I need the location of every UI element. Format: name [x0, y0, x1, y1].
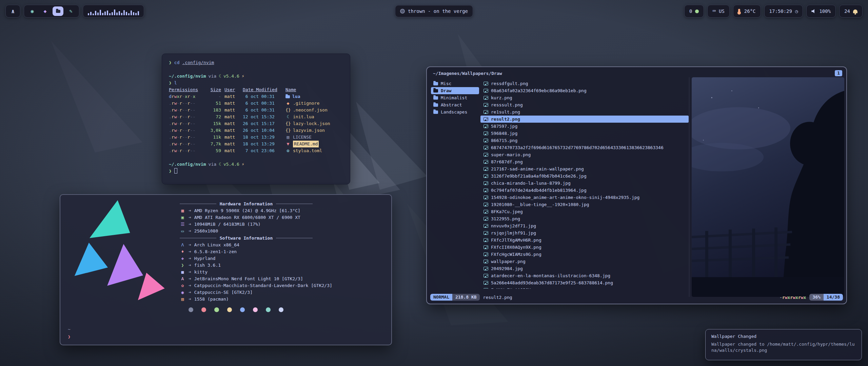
speaker-icon	[811, 9, 816, 14]
permissions: .rw-r--r--	[169, 141, 201, 147]
bolt-icon: ⚡	[242, 162, 244, 167]
sidebar-folder-minimalist[interactable]: Minimalist	[431, 94, 479, 101]
file-size: 72	[205, 114, 221, 120]
updates-icon	[695, 9, 699, 13]
cpu-graph-widget[interactable]	[83, 5, 144, 18]
fetch-line: Λ➜Arch Linux x86_64	[180, 242, 385, 248]
image-file-icon	[484, 274, 488, 278]
file-manager-header: ~/Imagenes/Wallpapers/Draw 1	[433, 69, 842, 77]
fetch-value: AMD ATI Radeon RX 6800/6800 XT / 6900 XT	[194, 214, 300, 221]
directory-listing: PermissionsSizeUserDate ModifiedNamedrwx…	[169, 86, 343, 154]
arrow-icon: ➜	[189, 282, 191, 289]
palette-dot	[240, 307, 245, 312]
file-row[interactable]: 217167-sad-anime-rain-wallpaper.png	[480, 165, 689, 172]
volume-module[interactable]: 100%	[806, 5, 836, 18]
file-row[interactable]: 0c794faf07de24a4db4d4fb1eb813964.jpg	[480, 187, 689, 194]
file-row[interactable]: 587597.jpg	[480, 123, 689, 130]
file-name-cell: {}.neoconf.json	[285, 107, 343, 114]
icons-icon: ◉	[180, 289, 185, 296]
file-row[interactable]: re1sult.png	[480, 108, 689, 116]
sidebar-folder-misc[interactable]: Misc	[431, 80, 479, 87]
notifications-module[interactable]: 24	[839, 5, 863, 18]
launcher-button[interactable]: ∧	[5, 5, 20, 18]
mode-size-group: NORMAL 218.8 KB	[430, 294, 480, 301]
rule-line	[180, 238, 216, 238]
permissions: .rw-r--r--	[169, 147, 201, 154]
file-row[interactable]: nnvuv0xj2df71.jpg	[480, 222, 689, 229]
palette-dot	[227, 307, 232, 312]
permissions: drwxr-xr-x	[169, 93, 201, 100]
fetch-value: JetBrainsMono Nerd Font Light 10 [GTK2/3…	[194, 276, 303, 282]
sidebar-folder-landscapes[interactable]: Landscapes	[431, 108, 479, 116]
tab-indicator[interactable]: 1	[835, 70, 842, 76]
fetch-value: Catppuccin-SE [GTK2/3]	[194, 289, 253, 296]
file-row[interactable]: chica-mirando-la-luna-8799.jpg	[480, 180, 689, 187]
file-row[interactable]: ressdfgult.png	[480, 80, 689, 87]
fetch-value: Arch Linux x86_64	[194, 242, 239, 248]
json-icon: {}	[285, 107, 291, 114]
file-name-text: .neoconf.json	[293, 107, 328, 114]
updates-module[interactable]: 0	[684, 5, 704, 18]
command-arg: .config/nvim	[182, 60, 214, 65]
file-row[interactable]: 3126f7e9bbf21a8a4af0b67b041c6e26.jpg	[480, 172, 689, 180]
file-size: 51	[205, 100, 221, 107]
folder-name: Minimalist	[441, 95, 467, 100]
file-row[interactable]: result2.png	[480, 116, 689, 123]
clock-module[interactable]: 17:50:29 ◷	[764, 5, 803, 18]
file-row[interactable]: 154928-odinokoe_anime-art-anime-okno-sin…	[480, 194, 689, 201]
folder-icon	[433, 82, 438, 85]
rule-line	[180, 204, 216, 204]
keyboard-layout-module[interactable]: ⌨ US	[707, 5, 730, 18]
notification-popup[interactable]: Wallpaper Changed Wallpaper changed to /…	[705, 329, 862, 360]
workspace-2-button[interactable]: ◆	[40, 6, 51, 16]
file-row[interactable]: 5a266e448add93deab367d87173e9f25-6837886…	[480, 279, 689, 286]
file-date: 26 oct 15:17	[243, 120, 282, 127]
graph-bar	[95, 11, 96, 15]
file-name: FXfcJlTXgAMvH6R.png	[491, 238, 541, 243]
file-row[interactable]: 19201080-__blue-tinge__-1920×1080.jpg	[480, 201, 689, 208]
temperature-module[interactable]: 26°C	[733, 5, 761, 18]
sidebar-folder-draw[interactable]: Draw	[431, 87, 479, 94]
breadcrumb-path: ~/Imagenes/Wallpapers/Draw	[433, 71, 502, 76]
temperature-value: 26°C	[744, 8, 756, 14]
file-row[interactable]: FXfcJlTXgAMvH6R.png	[480, 237, 689, 244]
os-icon: Λ	[180, 242, 185, 248]
file-row[interactable]: super-mario.png	[480, 151, 689, 158]
workspace-1-button[interactable]: ◉	[27, 6, 38, 16]
file-row[interactable]: rsjqojlmjhf91.jpg	[480, 229, 689, 237]
workspace-3-button[interactable]	[53, 6, 63, 16]
sidebar-folder-abstract[interactable]: Abstract	[431, 101, 479, 108]
file-manager-window[interactable]: ~/Imagenes/Wallpapers/Draw 1 MiscDrawMin…	[426, 66, 847, 304]
terminal-window-nvim[interactable]: ❯cd.config/nvim ~/.config/nvimvia☾v5.4.6…	[162, 54, 350, 184]
file-row[interactable]: resssult.png	[480, 101, 689, 108]
file-row[interactable]: kurz.png	[480, 94, 689, 101]
file-row[interactable]: 68747470733a2f2f696d616765732d7769786d70…	[480, 144, 689, 151]
file-entry-row: .rw-r--r--72matt12 oct 15:32☾init.lua	[169, 114, 343, 120]
file-row[interactable]: 596848.jpg	[480, 130, 689, 137]
input-line[interactable]: ❯	[169, 168, 343, 175]
size-badge: 218.8 KB	[452, 294, 480, 301]
workspace-4-button[interactable]: ✎	[65, 6, 76, 16]
file-row[interactable]: EeNKYgIUcAAJ5JX.png	[480, 286, 689, 289]
volume-value: 100%	[819, 8, 831, 14]
file-row[interactable]: FXfcHgcWIAMzs0G.png	[480, 251, 689, 258]
file-row[interactable]: 866715.png	[480, 137, 689, 144]
file-row[interactable]: atardecer-en-la-montanas-ilustracion-634…	[480, 272, 689, 279]
file-name-text: stylua.toml	[293, 147, 322, 154]
terminal-window-fetch[interactable]: Hardware Information ▦➜AMD Ryzen 9 5900X…	[60, 194, 392, 345]
shell-prompt[interactable]: ~ ❯	[68, 326, 71, 341]
palette-dot	[279, 307, 283, 312]
file-name-text: .gitignore	[293, 100, 319, 107]
file-row[interactable]: wallpaper.png	[480, 258, 689, 265]
file-row[interactable]: 87r687df.png	[480, 158, 689, 165]
file-row[interactable]: FXfcII0X0AQyn9X.png	[480, 244, 689, 251]
file-row[interactable]: 08a634fa02a32364f69ebc86a98eb1eb.png	[480, 87, 689, 94]
file-row[interactable]: 8FKa7Cu.jpeg	[480, 208, 689, 215]
image-file-icon	[484, 153, 488, 157]
file-entry-row: .rw-r--r--51matt 6 oct 00:31◆.gitignore	[169, 100, 343, 107]
image-file-icon	[484, 146, 488, 149]
active-window-title[interactable]: thrown - on the verge	[395, 5, 473, 17]
prompt-char: ❯	[169, 60, 172, 65]
file-row[interactable]: 3122955.png	[480, 215, 689, 222]
file-row[interactable]: 20492984.jpg	[480, 265, 689, 272]
